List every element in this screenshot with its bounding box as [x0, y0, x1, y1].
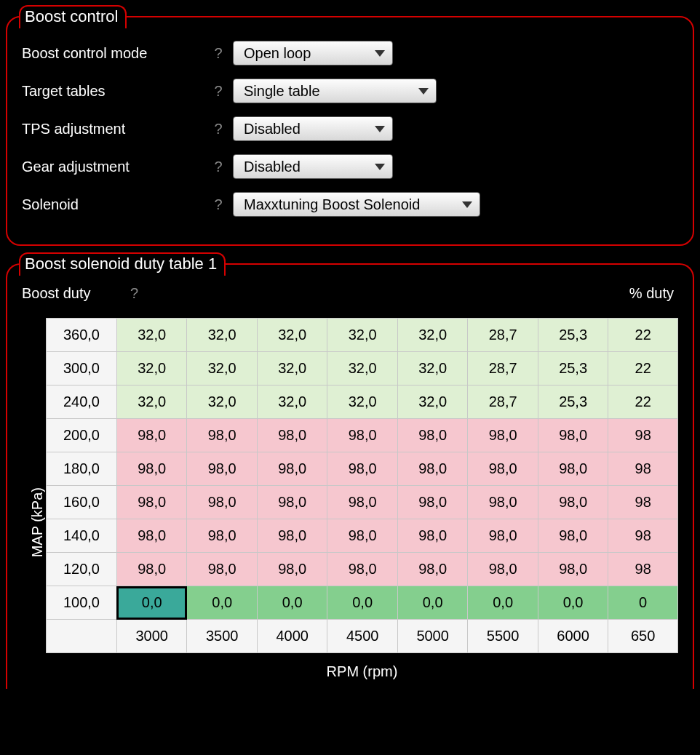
table-cell[interactable]: 98,0: [468, 419, 538, 452]
row-header[interactable]: 200,0: [47, 419, 117, 452]
table-cell[interactable]: 22: [608, 352, 678, 386]
table-cell[interactable]: 98,0: [397, 553, 467, 586]
col-header[interactable]: 4000: [257, 620, 327, 653]
help-icon[interactable]: ?: [204, 196, 233, 213]
table-cell[interactable]: 32,0: [257, 386, 327, 419]
table-cell[interactable]: 98,0: [187, 452, 257, 486]
table-cell[interactable]: 98,0: [397, 452, 467, 486]
table-cell[interactable]: 98,0: [327, 519, 397, 553]
row-header[interactable]: 140,0: [47, 519, 117, 553]
table-cell[interactable]: 28,7: [468, 352, 538, 386]
col-header[interactable]: 3000: [116, 620, 186, 653]
table-cell[interactable]: 22: [608, 319, 678, 352]
help-icon[interactable]: ?: [204, 121, 233, 137]
table-cell[interactable]: 98,0: [116, 419, 186, 452]
table-cell[interactable]: 98,0: [257, 486, 327, 519]
table-cell[interactable]: 32,0: [327, 352, 397, 386]
table-cell[interactable]: 32,0: [397, 386, 467, 419]
table-cell[interactable]: 28,7: [468, 319, 538, 352]
table-cell[interactable]: 98,0: [116, 553, 186, 586]
table-cell[interactable]: 32,0: [397, 352, 467, 386]
table-cell[interactable]: 98: [608, 419, 678, 452]
table-cell[interactable]: 98,0: [257, 419, 327, 452]
table-cell[interactable]: 98,0: [187, 419, 257, 452]
help-icon[interactable]: ?: [120, 285, 149, 302]
table-cell[interactable]: 98,0: [116, 519, 186, 553]
table-cell[interactable]: 98,0: [538, 452, 608, 486]
col-header[interactable]: 4500: [327, 620, 397, 653]
table-cell[interactable]: 22: [608, 386, 678, 419]
table-cell[interactable]: 0,0: [468, 586, 538, 620]
row-header[interactable]: 100,0: [47, 586, 117, 620]
table-cell[interactable]: 98,0: [187, 486, 257, 519]
table-cell[interactable]: 98,0: [187, 553, 257, 586]
col-header[interactable]: 6000: [538, 620, 608, 653]
table-cell[interactable]: 32,0: [257, 319, 327, 352]
table-cell[interactable]: 98,0: [538, 486, 608, 519]
help-icon[interactable]: ?: [204, 45, 233, 62]
table-cell[interactable]: 98,0: [397, 419, 467, 452]
table-cell[interactable]: 0,0: [327, 586, 397, 620]
setting-dropdown[interactable]: Maxxtuning Boost Solenoid: [233, 192, 480, 217]
table-cell[interactable]: 98,0: [468, 486, 538, 519]
table-cell[interactable]: 98,0: [187, 519, 257, 553]
col-header[interactable]: 650: [608, 620, 678, 653]
row-header[interactable]: 300,0: [47, 352, 117, 386]
col-header[interactable]: 3500: [187, 620, 257, 653]
table-cell[interactable]: 28,7: [468, 386, 538, 419]
table-cell[interactable]: 25,3: [538, 319, 608, 352]
table-cell[interactable]: 98,0: [538, 419, 608, 452]
table-cell[interactable]: 98,0: [257, 519, 327, 553]
table-cell[interactable]: 98,0: [397, 486, 467, 519]
table-cell[interactable]: 98,0: [468, 553, 538, 586]
table-cell[interactable]: 32,0: [397, 319, 467, 352]
table-cell[interactable]: 25,3: [538, 352, 608, 386]
row-header[interactable]: 180,0: [47, 452, 117, 486]
setting-dropdown[interactable]: Disabled: [233, 154, 393, 179]
table-cell[interactable]: 98,0: [397, 519, 467, 553]
table-cell[interactable]: 98,0: [116, 486, 186, 519]
table-cell[interactable]: 32,0: [327, 386, 397, 419]
table-cell[interactable]: 98,0: [468, 452, 538, 486]
table-cell[interactable]: 32,0: [116, 386, 186, 419]
help-icon[interactable]: ?: [204, 159, 233, 175]
table-cell[interactable]: 0: [608, 586, 678, 620]
help-icon[interactable]: ?: [204, 83, 233, 100]
table-cell[interactable]: 98: [608, 519, 678, 553]
row-header[interactable]: 240,0: [47, 386, 117, 419]
row-header[interactable]: 120,0: [47, 553, 117, 586]
table-cell[interactable]: 32,0: [116, 319, 186, 352]
table-cell[interactable]: 0,0: [397, 586, 467, 620]
table-cell[interactable]: 0,0: [187, 586, 257, 620]
col-header[interactable]: 5000: [397, 620, 467, 653]
col-header[interactable]: 5500: [468, 620, 538, 653]
table-cell[interactable]: 98: [608, 486, 678, 519]
duty-table[interactable]: 360,032,032,032,032,032,028,725,322300,0…: [46, 318, 678, 653]
table-cell[interactable]: 98,0: [257, 553, 327, 586]
table-cell[interactable]: 98,0: [468, 519, 538, 553]
setting-dropdown[interactable]: Open loop: [233, 41, 393, 65]
table-cell[interactable]: 98: [608, 452, 678, 486]
table-cell[interactable]: 0,0: [116, 586, 186, 620]
table-cell[interactable]: 32,0: [187, 352, 257, 386]
setting-dropdown[interactable]: Disabled: [233, 116, 393, 141]
table-cell[interactable]: 0,0: [538, 586, 608, 620]
table-cell[interactable]: 98,0: [327, 452, 397, 486]
table-cell[interactable]: 98,0: [538, 553, 608, 586]
table-cell[interactable]: 98,0: [327, 486, 397, 519]
table-cell[interactable]: 32,0: [187, 319, 257, 352]
table-cell[interactable]: 0,0: [257, 586, 327, 620]
row-header[interactable]: 160,0: [47, 486, 117, 519]
table-cell[interactable]: 98: [608, 553, 678, 586]
table-cell[interactable]: 98,0: [327, 553, 397, 586]
row-header[interactable]: 360,0: [47, 319, 117, 352]
setting-dropdown[interactable]: Single table: [233, 79, 437, 103]
table-cell[interactable]: 32,0: [116, 352, 186, 386]
table-cell[interactable]: 98,0: [257, 452, 327, 486]
table-cell[interactable]: 98,0: [327, 419, 397, 452]
table-cell[interactable]: 98,0: [538, 519, 608, 553]
table-cell[interactable]: 32,0: [187, 386, 257, 419]
table-cell[interactable]: 32,0: [257, 352, 327, 386]
table-cell[interactable]: 25,3: [538, 386, 608, 419]
table-cell[interactable]: 98,0: [116, 452, 186, 486]
